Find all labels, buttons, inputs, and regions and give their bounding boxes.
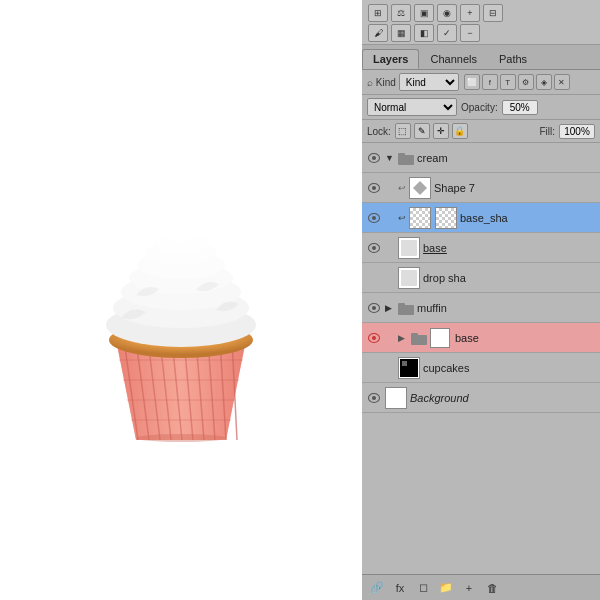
- toolbar-icon-check[interactable]: ✓: [437, 24, 457, 42]
- eye-cream[interactable]: [366, 150, 382, 166]
- blend-row: Normal Opacity: 50%: [362, 95, 600, 120]
- thumb-base-group: [430, 328, 450, 348]
- cupcake-illustration: [41, 140, 321, 460]
- layer-base-group[interactable]: ▶ base: [362, 323, 600, 353]
- svg-rect-36: [411, 333, 418, 337]
- layer-drop-sha[interactable]: drop sha: [362, 263, 600, 293]
- toolbar-icon-mask[interactable]: ◧: [414, 24, 434, 42]
- svg-rect-40: [402, 361, 407, 366]
- svg-rect-32: [401, 270, 417, 286]
- filter-icon-color[interactable]: ◈: [536, 74, 552, 90]
- fill-label: Fill:: [539, 126, 555, 137]
- lock-icons: ⬚ ✎ ✛ 🔒: [395, 123, 468, 139]
- toolbar-icon-pattern[interactable]: ▦: [391, 24, 411, 42]
- toolbar-icon-rect[interactable]: ▣: [414, 4, 434, 22]
- lock-icon-all[interactable]: 🔒: [452, 123, 468, 139]
- layer-name-drop-sha: drop sha: [423, 272, 596, 284]
- svg-rect-26: [398, 153, 405, 157]
- layer-name-base-group: base: [455, 332, 596, 344]
- tabs-bar: Layers Channels Paths: [362, 45, 600, 70]
- thumb-base-sha-2: [435, 207, 457, 229]
- fill-value[interactable]: 100%: [559, 124, 595, 139]
- arrow-base-group[interactable]: ▶: [398, 333, 408, 343]
- toolbar-icon-grid[interactable]: ⊞: [368, 4, 388, 22]
- svg-point-23: [168, 221, 194, 233]
- eye-base-sha[interactable]: [366, 210, 382, 226]
- layer-name-background: Background: [410, 392, 596, 404]
- link-icon-shape7: ↩: [398, 183, 406, 193]
- filter-select[interactable]: Kind: [399, 73, 459, 91]
- tab-paths[interactable]: Paths: [488, 49, 538, 69]
- layer-muffin[interactable]: ▶ muffin: [362, 293, 600, 323]
- opacity-value[interactable]: 50%: [502, 100, 538, 115]
- eye-empty-drop-sha[interactable]: [366, 270, 382, 286]
- folder-icon-base-group: [411, 331, 427, 345]
- thumb-base-sha: [409, 207, 431, 229]
- layer-cupcakes[interactable]: cupcakes: [362, 353, 600, 383]
- bottom-icon-fx[interactable]: fx: [390, 579, 410, 597]
- layer-base[interactable]: base: [362, 233, 600, 263]
- filter-icons: ⬜ f T ⚙ ◈ ✕: [464, 74, 570, 90]
- thumb-base: [398, 237, 420, 259]
- link-icon-base-sha: ↩: [398, 213, 406, 223]
- layers-bottom: 🔗 fx ◻ 📁 + 🗑: [362, 574, 600, 600]
- thumb-shape7: [409, 177, 431, 199]
- filter-icon-smart[interactable]: ⚙: [518, 74, 534, 90]
- canvas-area: [0, 0, 362, 600]
- layer-cream[interactable]: ▼ cream: [362, 143, 600, 173]
- eye-muffin[interactable]: [366, 300, 382, 316]
- bottom-icon-new[interactable]: +: [459, 579, 479, 597]
- toolbar-top: ⊞ ⚖ ▣ ◉ + ⊟ 🖌 ▦ ◧ ✓ −: [362, 0, 600, 45]
- tab-channels[interactable]: Channels: [419, 49, 487, 69]
- toolbar-row-2: 🖌 ▦ ◧ ✓ −: [368, 24, 594, 42]
- filter-icon-pixel[interactable]: ⬜: [464, 74, 480, 90]
- arrow-muffin[interactable]: ▶: [385, 303, 395, 313]
- eye-background[interactable]: [366, 390, 382, 406]
- svg-rect-34: [398, 303, 405, 307]
- lock-label: Lock:: [367, 126, 391, 137]
- toolbar-icon-globe[interactable]: ◉: [437, 4, 457, 22]
- layer-shape7[interactable]: ↩ Shape 7: [362, 173, 600, 203]
- filter-icon-close[interactable]: ✕: [554, 74, 570, 90]
- thumb-background: [385, 387, 407, 409]
- layer-name-muffin: muffin: [417, 302, 596, 314]
- layer-name-cream: cream: [417, 152, 596, 164]
- layer-name-cupcakes: cupcakes: [423, 362, 596, 374]
- filter-icon-fx[interactable]: f: [482, 74, 498, 90]
- opacity-label: Opacity:: [461, 102, 498, 113]
- toolbar-icon-minus[interactable]: −: [460, 24, 480, 42]
- svg-rect-37: [431, 329, 449, 347]
- eye-shape7[interactable]: [366, 180, 382, 196]
- filter-icon-text[interactable]: T: [500, 74, 516, 90]
- lock-icon-transparent[interactable]: ⬚: [395, 123, 411, 139]
- red-eye-base-group[interactable]: [366, 330, 382, 346]
- toolbar-icon-plus[interactable]: +: [460, 4, 480, 22]
- svg-rect-30: [401, 240, 417, 256]
- lock-icon-move[interactable]: ✛: [433, 123, 449, 139]
- folder-icon-cream: [398, 151, 414, 165]
- lock-row: Lock: ⬚ ✎ ✛ 🔒 Fill: 100%: [362, 120, 600, 143]
- bottom-icon-mask[interactable]: ◻: [413, 579, 433, 597]
- thumb-drop-sha: [398, 267, 420, 289]
- bottom-icon-group[interactable]: 📁: [436, 579, 456, 597]
- layer-background[interactable]: Background: [362, 383, 600, 413]
- arrow-cream[interactable]: ▼: [385, 153, 395, 163]
- toolbar-icon-scale[interactable]: ⚖: [391, 4, 411, 22]
- layer-name-base-sha: base_sha: [460, 212, 596, 224]
- svg-point-24: [136, 434, 226, 442]
- tab-layers[interactable]: Layers: [362, 49, 419, 69]
- folder-icon-muffin: [398, 301, 414, 315]
- toolbar-icon-brush[interactable]: 🖌: [368, 24, 388, 42]
- filter-row: ⌕ Kind Kind ⬜ f T ⚙ ◈ ✕: [362, 70, 600, 95]
- lock-icon-paint[interactable]: ✎: [414, 123, 430, 139]
- eye-empty-cupcakes[interactable]: [366, 360, 382, 376]
- blend-mode-select[interactable]: Normal: [367, 98, 457, 116]
- bottom-icon-trash[interactable]: 🗑: [482, 579, 502, 597]
- eye-base[interactable]: [366, 240, 382, 256]
- thumb-cupcakes: [398, 357, 420, 379]
- layer-base-sha[interactable]: ↩ base_sha: [362, 203, 600, 233]
- toolbar-icon-table[interactable]: ⊟: [483, 4, 503, 22]
- right-panel: ⊞ ⚖ ▣ ◉ + ⊟ 🖌 ▦ ◧ ✓ − Layers Channels Pa…: [362, 0, 600, 600]
- filter-label: ⌕ Kind: [367, 77, 396, 88]
- bottom-icon-link[interactable]: 🔗: [367, 579, 387, 597]
